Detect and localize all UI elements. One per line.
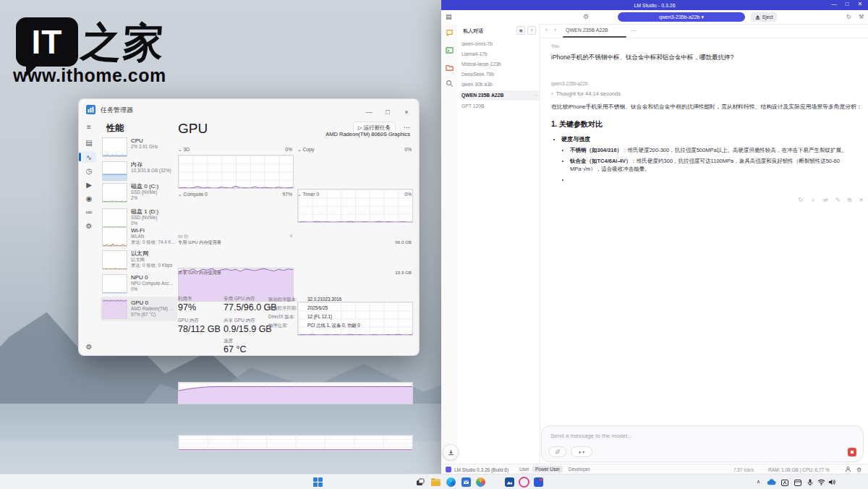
mode-developer-button[interactable]: Developer [566, 466, 593, 472]
panel-toggle-icon[interactable]: ▤ [446, 13, 452, 20]
edge-icon [446, 477, 456, 487]
nav-services-icon[interactable]: ⚙ [82, 220, 96, 231]
perf-item-ethernet[interactable]: 以太网以太网发送: 0 接收: 0 Kbps [102, 250, 176, 270]
microphone-icon[interactable] [807, 479, 813, 486]
stop-generation-button[interactable] [848, 448, 856, 456]
maximize-icon[interactable]: □ [378, 109, 397, 116]
chevron-down-icon: ▾ [701, 14, 704, 20]
add-icon[interactable]: ＋ [810, 197, 816, 203]
gpu-utilization: 利用率97% [178, 296, 196, 312]
active-tab-label[interactable]: QWEN 235B A22B [566, 27, 608, 33]
developer-terminal-icon[interactable] [445, 46, 454, 55]
new-chat-icon[interactable]: ＋ [527, 26, 536, 35]
chat-list-item[interactable]: qwen-omni-7b [461, 41, 535, 46]
chart-timer-header: ⌄ Timer 00% [297, 192, 412, 197]
model-selector-pill[interactable]: qwen3-235b-a22b ▾ [618, 12, 745, 22]
plugins-button[interactable]: ●▾ [571, 446, 592, 457]
new-folder-icon[interactable]: ▣ [516, 26, 525, 35]
tools-icon[interactable]: ⚒ [859, 13, 864, 20]
wifi-icon[interactable] [817, 479, 825, 485]
settings-gear-icon[interactable]: ⚙ [82, 341, 96, 352]
assistant-paragraph: 在比较iPhone手机采用不锈钢、钛合金和铝合金中框的抗摔性能时，需从材料特性、… [551, 103, 864, 111]
mode-power-user-button[interactable]: Power User [532, 466, 563, 472]
close-icon[interactable]: × [397, 109, 416, 116]
chat-item-more-icon[interactable]: ⋯ [533, 93, 538, 98]
ithome-logo-it: IT [32, 22, 63, 61]
chat-list-item[interactable]: Mistral-large-123b [461, 61, 535, 67]
minimize-icon[interactable]: — [359, 109, 378, 116]
perf-item-memory[interactable]: 内存10.3/31.8 GB (32%) [102, 161, 176, 181]
tab-back-icon[interactable]: ‹ [545, 26, 548, 33]
perf-item-gpu0[interactable]: GPU 0AMD Radeon(TM) 80...97% (67 °C) [102, 299, 176, 319]
perf-item-wifi[interactable]: Wi-FiWLAN发送: 0 接收: 74.4 Kbps [102, 227, 176, 247]
task-view-button[interactable] [414, 477, 425, 488]
settings-gear-icon[interactable]: ⚙ [583, 13, 589, 20]
copilot-button[interactable] [475, 477, 486, 488]
lm-toolbar: ▤ ⚙ qwen3-235b-a22b ▾ Eject ↻ ⚒ [441, 10, 868, 25]
edit-icon[interactable]: ✎ [835, 197, 841, 203]
message-input-container: Send a message to the model... ●▾ [541, 425, 864, 462]
regenerate-icon[interactable]: ↻ [798, 197, 803, 203]
nav-users-icon[interactable]: ◉ [82, 192, 96, 204]
thought-toggle[interactable]: › Thought for 44.14 seconds [551, 90, 864, 97]
assistant-name: qwen3-235b-a22b [551, 81, 864, 86]
chat-bubble-icon[interactable] [445, 28, 454, 38]
perf-item-npu[interactable]: NPU 0NPU Compute Accel...0% [102, 274, 176, 294]
models-folder-icon[interactable] [445, 63, 454, 72]
message-input[interactable]: Send a message to the model... [542, 426, 863, 446]
tab-underline [563, 36, 626, 38]
ithome-logo-bubble: IT [16, 17, 78, 67]
tab-forward-icon[interactable]: › [554, 26, 556, 33]
memory-sparkline [102, 161, 127, 181]
user-account-icon[interactable] [845, 466, 851, 472]
branch-icon[interactable]: ⇄ [823, 197, 828, 203]
menu-icon[interactable]: ≡ [82, 121, 96, 132]
perf-item-disk1[interactable]: 磁盘 1 (D:)SSD (NVMe)0% [102, 208, 176, 228]
perf-item-cpu[interactable]: CPU2% 3.91 GHz [102, 137, 176, 157]
close-icon[interactable]: ✕ [854, 1, 867, 7]
onedrive-cloud-icon[interactable] [767, 479, 776, 485]
gpu0-sparkline [102, 299, 127, 319]
search-icon[interactable] [445, 79, 454, 88]
taskbar: 搜索 ∧ [0, 474, 868, 489]
lm-title: LM Studio - 0.3.26 [634, 3, 675, 8]
minimize-icon[interactable]: — [827, 1, 841, 7]
refresh-icon[interactable]: ↻ [846, 13, 851, 20]
maximize-icon[interactable]: □ [841, 1, 854, 7]
user-message: iPhone手机的不锈钢中框、钛合金中框和铝合金中框，哪款最抗摔? [551, 54, 864, 62]
start-button[interactable] [312, 477, 323, 488]
nav-performance-icon[interactable]: ∿ [82, 151, 96, 163]
nav-startup-icon[interactable]: ▶ [82, 179, 96, 190]
chat-list-item-selected[interactable]: QWEN 235B A22B⋯ [459, 90, 540, 101]
perf-item-disk0[interactable]: 磁盘 0 (C:)SSD (NVMe)2% [102, 183, 176, 203]
mail-app-button[interactable] [461, 477, 472, 488]
chat-list-item[interactable]: qwen 30b a3b [461, 82, 535, 87]
chat-list-header: 私人对话 [463, 27, 483, 35]
nav-app-history-icon[interactable]: ◷ [82, 165, 96, 177]
file-explorer-button[interactable] [430, 477, 441, 488]
tray-expand-icon[interactable]: ∧ [757, 479, 760, 485]
chat-list-item[interactable]: Llama4-17b [461, 51, 535, 56]
tray-window-icon[interactable] [794, 480, 801, 486]
delete-icon[interactable]: ✕ [859, 197, 864, 203]
volume-icon[interactable] [828, 479, 835, 485]
settings-gear-icon[interactable]: ⚙ [856, 467, 861, 473]
chat-list-item[interactable]: DeepSeek 70b [461, 72, 535, 77]
nav-processes-icon[interactable]: ▤ [82, 137, 96, 148]
chart-3d [178, 155, 294, 189]
tray-ime-icon[interactable] [781, 480, 788, 486]
photos-app-button[interactable] [504, 477, 515, 488]
more-options-button[interactable]: ⋯ [404, 124, 410, 131]
eject-button[interactable]: Eject [751, 12, 777, 22]
mode-user-button[interactable]: User [516, 466, 532, 472]
task-manager-nav-rail: ≡ ▤ ∿ ◷ ▶ ◉ ≔ ⚙ [82, 121, 96, 231]
attach-button[interactable] [549, 446, 566, 457]
chat-list-item[interactable]: GPT 120B [461, 103, 535, 109]
blue-app-button[interactable] [533, 477, 544, 488]
nav-details-icon[interactable]: ≔ [82, 206, 96, 218]
pink-app-button[interactable] [519, 477, 529, 488]
edge-browser-button[interactable] [446, 477, 456, 488]
download-button[interactable] [443, 444, 459, 460]
bullet-subitem: 不锈钢（如304/316）：维氏硬度200-300，抗拉强度500MPa以上。高… [570, 146, 864, 154]
copy-icon[interactable]: ⧉ [848, 197, 852, 203]
